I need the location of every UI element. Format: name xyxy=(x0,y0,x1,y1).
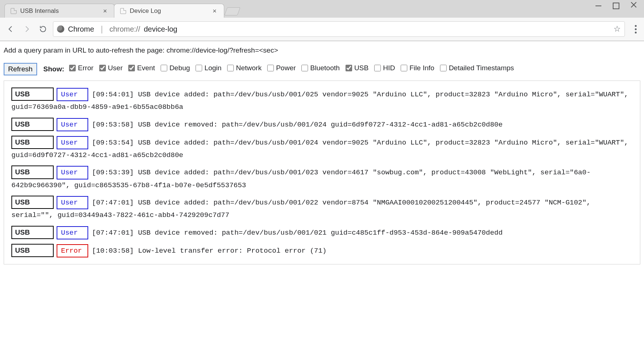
page-content: Add a query param in URL to auto-refresh… xyxy=(0,41,644,270)
tab-strip: USB Internals×Device Log× xyxy=(0,0,644,18)
log-message: [09:53:39] USB device added: path=/dev/b… xyxy=(11,168,591,189)
checkbox-error[interactable]: Error xyxy=(69,61,93,75)
checkbox-label: Event xyxy=(137,61,155,75)
log-type-badge: USB xyxy=(11,165,54,179)
checkbox-login[interactable]: Login xyxy=(196,61,222,75)
log-type-badge: USB xyxy=(11,136,54,149)
checkbox-detailed-timestamps-label: Detailed Timestamps xyxy=(449,61,514,75)
menu-button[interactable] xyxy=(629,25,640,33)
log-type-badge: USB xyxy=(11,226,54,239)
checkbox-input[interactable] xyxy=(196,65,202,71)
log-level-badge: User xyxy=(57,166,88,179)
checkbox-hid[interactable]: HID xyxy=(374,61,395,75)
filter-controls: Refresh Show: Error User Event Debug Log… xyxy=(4,61,640,76)
file-icon xyxy=(11,8,17,14)
checkbox-label: Power xyxy=(276,61,296,75)
checkbox-label: Bluetooth xyxy=(310,61,340,75)
log-message: [07:47:01] USB device added: path=/dev/b… xyxy=(11,199,591,219)
log-entry: USBUser[07:47:01] USB device added: path… xyxy=(11,196,633,221)
log-level-badge: User xyxy=(57,88,88,101)
log-entry: USBUser[07:47:01] USB device removed: pa… xyxy=(11,226,633,239)
checkbox-event[interactable]: Event xyxy=(128,61,155,75)
checkbox-label: Error xyxy=(78,61,93,75)
log-level-badge: User xyxy=(57,196,88,209)
checkbox-label: USB xyxy=(354,61,369,75)
log-entry: USBError[10:03:58] Low-level transfer er… xyxy=(11,244,633,257)
log-type-badge: USB xyxy=(11,196,54,209)
url-separator: | xyxy=(98,24,106,34)
checkbox-label: Debug xyxy=(169,61,190,75)
reload-button[interactable] xyxy=(37,23,49,35)
url-path: device-log xyxy=(144,25,177,33)
close-window-button[interactable] xyxy=(627,1,640,10)
checkbox-power[interactable]: Power xyxy=(267,61,296,75)
checkbox-file-info[interactable]: File Info xyxy=(401,61,434,75)
checkbox-label: Network xyxy=(236,61,262,75)
checkbox-usb[interactable]: USB xyxy=(346,61,369,75)
site-info-icon[interactable] xyxy=(57,25,64,33)
log-message: [09:54:01] USB device added: path=/dev/b… xyxy=(11,90,628,111)
toolbar: Chrome | chrome://device-log ☆ xyxy=(0,18,644,41)
close-tab-icon[interactable]: × xyxy=(101,7,108,15)
log-type-badge: USB xyxy=(11,118,54,131)
checkbox-network[interactable]: Network xyxy=(227,61,262,75)
checkbox-bluetooth[interactable]: Bluetooth xyxy=(301,61,340,75)
checkbox-input[interactable] xyxy=(401,65,407,71)
refresh-button[interactable]: Refresh xyxy=(4,63,37,75)
log-message: [07:47:01] USB device removed: path=/dev… xyxy=(92,229,502,237)
log-container: USBUser[09:54:01] USB device added: path… xyxy=(4,81,640,264)
log-type-badge: USB xyxy=(11,88,54,101)
log-message: [09:53:54] USB device added: path=/dev/b… xyxy=(11,139,628,159)
checkbox-input[interactable] xyxy=(301,65,308,71)
tab-title: USB Internals xyxy=(20,7,98,15)
log-entry: USBUser[09:53:54] USB device added: path… xyxy=(11,136,633,161)
checkbox-input[interactable] xyxy=(69,65,76,71)
tab-device-log[interactable]: Device Log× xyxy=(114,4,224,18)
url-scheme: Chrome xyxy=(68,25,94,33)
bookmark-star-icon[interactable]: ☆ xyxy=(613,24,621,34)
checkbox-input[interactable] xyxy=(346,65,352,71)
checkbox-detailed-timestamps-input[interactable] xyxy=(440,65,447,71)
browser-chrome: USB Internals×Device Log× Chrome | chrom… xyxy=(0,0,644,41)
forward-button[interactable] xyxy=(21,23,33,35)
log-level-badge: User xyxy=(57,136,88,149)
new-tab-button[interactable] xyxy=(224,7,240,15)
checkbox-label: Login xyxy=(204,61,222,75)
log-entry: USBUser[09:54:01] USB device added: path… xyxy=(11,88,633,113)
log-level-badge: User xyxy=(57,226,88,239)
log-entry: USBUser[09:53:39] USB device added: path… xyxy=(11,165,633,191)
close-tab-icon[interactable]: × xyxy=(211,7,218,15)
checkbox-input[interactable] xyxy=(374,65,381,71)
file-icon xyxy=(120,8,126,14)
checkbox-input[interactable] xyxy=(128,65,135,71)
minimize-button[interactable] xyxy=(592,1,605,10)
checkbox-label: HID xyxy=(383,61,395,75)
log-message: [09:53:58] USB device removed: path=/dev… xyxy=(92,121,502,129)
back-button[interactable] xyxy=(4,23,17,35)
checkbox-detailed-timestamps[interactable]: Detailed Timestamps xyxy=(440,61,514,75)
checkbox-label: File Info xyxy=(409,61,434,75)
checkbox-input[interactable] xyxy=(99,65,106,71)
checkbox-input[interactable] xyxy=(267,65,274,71)
show-label: Show: xyxy=(43,65,64,73)
tab-usb-internals[interactable]: USB Internals× xyxy=(4,4,115,18)
checkbox-label: User xyxy=(108,61,123,75)
url-host: chrome:// xyxy=(110,25,140,33)
omnibox[interactable]: Chrome | chrome://device-log ☆ xyxy=(53,21,625,37)
checkbox-input[interactable] xyxy=(227,65,234,71)
log-type-badge: USB xyxy=(11,244,54,257)
checkbox-debug[interactable]: Debug xyxy=(161,61,190,75)
maximize-button[interactable] xyxy=(609,1,623,10)
log-level-badge: Error xyxy=(57,244,88,257)
log-level-badge: User xyxy=(57,118,88,131)
window-controls xyxy=(592,1,640,10)
auto-refresh-hint: Add a query param in URL to auto-refresh… xyxy=(4,46,640,54)
checkbox-user[interactable]: User xyxy=(99,61,123,75)
tab-title: Device Log xyxy=(130,7,207,15)
log-entry: USBUser[09:53:58] USB device removed: pa… xyxy=(11,118,633,131)
checkbox-input[interactable] xyxy=(161,65,167,71)
log-message: [10:03:58] Low-level transfer error: Pro… xyxy=(92,247,327,255)
